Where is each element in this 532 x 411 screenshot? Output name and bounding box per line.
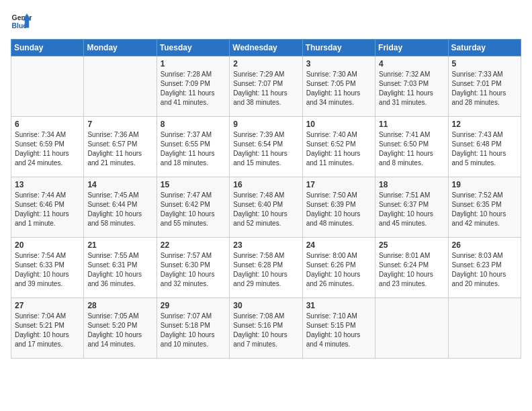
day-number: 10 [306,120,371,129]
day-number: 23 [233,240,298,250]
day-number: 1 [161,59,226,68]
header-saturday: Saturday [448,40,521,56]
day-number: 31 [306,301,371,310]
calendar-cell [84,56,157,117]
header-friday: Friday [375,40,448,56]
day-number: 30 [233,301,298,310]
day-info: Sunrise: 8:01 AM Sunset: 6:24 PM Dayligh… [379,251,444,289]
calendar-cell: 13Sunrise: 7:44 AM Sunset: 6:46 PM Dayli… [11,177,84,238]
day-info: Sunrise: 7:32 AM Sunset: 7:03 PM Dayligh… [379,70,444,107]
day-info: Sunrise: 8:03 AM Sunset: 6:23 PM Dayligh… [452,251,517,289]
calendar-cell: 25Sunrise: 8:01 AM Sunset: 6:24 PM Dayli… [375,238,448,298]
day-number: 18 [379,180,444,189]
day-info: Sunrise: 7:34 AM Sunset: 6:59 PM Dayligh… [15,130,80,168]
calendar-cell: 3Sunrise: 7:30 AM Sunset: 7:05 PM Daylig… [302,56,375,117]
calendar-cell: 26Sunrise: 8:03 AM Sunset: 6:23 PM Dayli… [448,238,521,298]
calendar-cell [11,56,84,117]
calendar-cell: 15Sunrise: 7:47 AM Sunset: 6:42 PM Dayli… [157,177,229,238]
day-info: Sunrise: 7:28 AM Sunset: 7:09 PM Dayligh… [161,70,226,107]
day-info: Sunrise: 7:05 AM Sunset: 5:20 PM Dayligh… [87,312,152,349]
calendar-cell: 17Sunrise: 7:50 AM Sunset: 6:39 PM Dayli… [302,177,375,238]
day-info: Sunrise: 7:57 AM Sunset: 6:30 PM Dayligh… [161,251,226,289]
week-row-1: 6Sunrise: 7:34 AM Sunset: 6:59 PM Daylig… [11,117,521,177]
calendar-cell: 24Sunrise: 8:00 AM Sunset: 6:26 PM Dayli… [302,238,375,298]
day-number: 6 [15,120,80,129]
logo-icon: General Blue [11,11,32,32]
day-number: 19 [452,180,517,189]
day-number: 15 [161,180,226,189]
day-info: Sunrise: 7:48 AM Sunset: 6:40 PM Dayligh… [233,191,298,228]
calendar-cell: 30Sunrise: 7:08 AM Sunset: 5:16 PM Dayli… [230,298,302,359]
calendar-cell: 10Sunrise: 7:40 AM Sunset: 6:52 PM Dayli… [302,117,375,177]
calendar-cell: 20Sunrise: 7:54 AM Sunset: 6:33 PM Dayli… [11,238,84,298]
day-number: 27 [15,301,80,310]
calendar-cell: 9Sunrise: 7:39 AM Sunset: 6:54 PM Daylig… [230,117,302,177]
day-number: 25 [379,240,444,250]
day-info: Sunrise: 7:37 AM Sunset: 6:55 PM Dayligh… [161,130,226,168]
calendar-cell: 14Sunrise: 7:45 AM Sunset: 6:44 PM Dayli… [84,177,157,238]
day-info: Sunrise: 7:36 AM Sunset: 6:57 PM Dayligh… [87,130,152,168]
header-thursday: Thursday [302,40,375,56]
calendar-cell: 12Sunrise: 7:43 AM Sunset: 6:48 PM Dayli… [448,117,521,177]
day-number: 16 [233,180,298,189]
calendar-cell: 21Sunrise: 7:55 AM Sunset: 6:31 PM Dayli… [84,238,157,298]
day-info: Sunrise: 7:29 AM Sunset: 7:07 PM Dayligh… [233,70,298,107]
day-info: Sunrise: 7:40 AM Sunset: 6:52 PM Dayligh… [306,130,371,168]
day-number: 8 [161,120,226,129]
day-number: 13 [15,180,80,189]
calendar-cell: 29Sunrise: 7:07 AM Sunset: 5:18 PM Dayli… [157,298,229,359]
calendar-cell: 8Sunrise: 7:37 AM Sunset: 6:55 PM Daylig… [157,117,229,177]
day-info: Sunrise: 7:54 AM Sunset: 6:33 PM Dayligh… [15,251,80,289]
day-info: Sunrise: 7:08 AM Sunset: 5:16 PM Dayligh… [233,312,298,349]
header-tuesday: Tuesday [157,40,229,56]
calendar-cell: 31Sunrise: 7:10 AM Sunset: 5:15 PM Dayli… [302,298,375,359]
day-info: Sunrise: 7:52 AM Sunset: 6:35 PM Dayligh… [452,191,517,228]
day-info: Sunrise: 7:45 AM Sunset: 6:44 PM Dayligh… [87,191,152,228]
calendar-cell: 6Sunrise: 7:34 AM Sunset: 6:59 PM Daylig… [11,117,84,177]
week-row-4: 27Sunrise: 7:04 AM Sunset: 5:21 PM Dayli… [11,298,521,359]
day-info: Sunrise: 7:58 AM Sunset: 6:28 PM Dayligh… [233,251,298,289]
day-info: Sunrise: 7:50 AM Sunset: 6:39 PM Dayligh… [306,191,371,228]
day-number: 11 [379,120,444,129]
day-number: 7 [87,120,152,129]
day-number: 17 [306,180,371,189]
calendar-cell: 11Sunrise: 7:41 AM Sunset: 6:50 PM Dayli… [375,117,448,177]
day-info: Sunrise: 7:07 AM Sunset: 5:18 PM Dayligh… [161,312,226,349]
day-number: 26 [452,240,517,250]
day-info: Sunrise: 7:30 AM Sunset: 7:05 PM Dayligh… [306,70,371,107]
day-number: 21 [87,240,152,250]
day-info: Sunrise: 7:04 AM Sunset: 5:21 PM Dayligh… [15,312,80,349]
day-number: 12 [452,120,517,129]
day-info: Sunrise: 7:43 AM Sunset: 6:48 PM Dayligh… [452,130,517,168]
calendar-cell: 28Sunrise: 7:05 AM Sunset: 5:20 PM Dayli… [84,298,157,359]
calendar-cell: 1Sunrise: 7:28 AM Sunset: 7:09 PM Daylig… [157,56,229,117]
calendar-cell: 16Sunrise: 7:48 AM Sunset: 6:40 PM Dayli… [230,177,302,238]
day-number: 2 [233,59,298,68]
day-info: Sunrise: 7:39 AM Sunset: 6:54 PM Dayligh… [233,130,298,168]
day-number: 4 [379,59,444,68]
calendar-cell: 4Sunrise: 7:32 AM Sunset: 7:03 PM Daylig… [375,56,448,117]
calendar-cell: 23Sunrise: 7:58 AM Sunset: 6:28 PM Dayli… [230,238,302,298]
day-info: Sunrise: 7:51 AM Sunset: 6:37 PM Dayligh… [379,191,444,228]
calendar-cell: 22Sunrise: 7:57 AM Sunset: 6:30 PM Dayli… [157,238,229,298]
day-number: 20 [15,240,80,250]
day-info: Sunrise: 7:47 AM Sunset: 6:42 PM Dayligh… [161,191,226,228]
day-number: 14 [87,180,152,189]
day-info: Sunrise: 7:10 AM Sunset: 5:15 PM Dayligh… [306,312,371,349]
calendar-cell [448,298,521,359]
week-row-2: 13Sunrise: 7:44 AM Sunset: 6:46 PM Dayli… [11,177,521,238]
calendar-cell: 27Sunrise: 7:04 AM Sunset: 5:21 PM Dayli… [11,298,84,359]
header-sunday: Sunday [11,40,84,56]
day-number: 9 [233,120,298,129]
day-number: 29 [161,301,226,310]
day-info: Sunrise: 7:41 AM Sunset: 6:50 PM Dayligh… [379,130,444,168]
calendar-cell: 2Sunrise: 7:29 AM Sunset: 7:07 PM Daylig… [230,56,302,117]
logo: General Blue [11,11,32,32]
day-info: Sunrise: 7:33 AM Sunset: 7:01 PM Dayligh… [452,70,517,107]
day-number: 28 [87,301,152,310]
day-number: 3 [306,59,371,68]
day-info: Sunrise: 7:44 AM Sunset: 6:46 PM Dayligh… [15,191,80,228]
week-row-0: 1Sunrise: 7:28 AM Sunset: 7:09 PM Daylig… [11,56,521,117]
calendar-table: SundayMondayTuesdayWednesdayThursdayFrid… [11,39,521,359]
day-number: 22 [161,240,226,250]
